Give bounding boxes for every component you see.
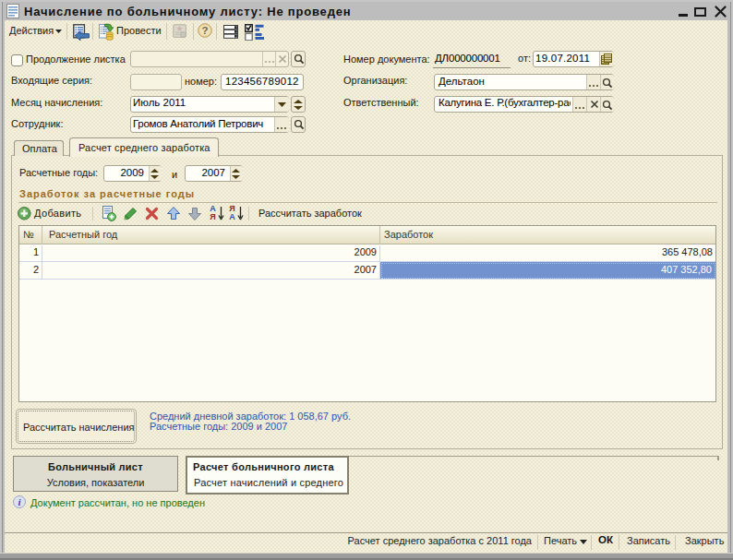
svg-text:?: ? bbox=[201, 25, 208, 36]
